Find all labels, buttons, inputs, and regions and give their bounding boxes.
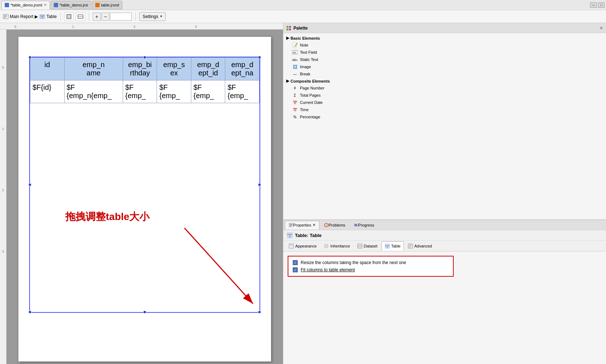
tab-progress[interactable]: Progress xyxy=(350,221,378,229)
table-label: Table xyxy=(46,14,57,19)
inner-tab-advanced[interactable]: Advanced xyxy=(405,241,435,251)
resize-handle-ml[interactable] xyxy=(29,183,31,186)
tab-label-3: table.jrxml xyxy=(101,3,119,7)
inner-tab-inheritance[interactable]: Inheritance xyxy=(321,241,353,251)
fit-columns-label: Fit columns to table element xyxy=(301,267,355,272)
fit-columns-checkbox[interactable]: ✓ xyxy=(293,267,298,272)
maximize-button[interactable]: □ xyxy=(598,3,605,8)
settings-label: Settings xyxy=(143,14,158,19)
main-report-label: Main Report xyxy=(10,14,33,19)
inner-tab-dataset[interactable]: Dataset xyxy=(354,241,381,251)
palette-item-time[interactable]: 📅 Time xyxy=(283,106,606,113)
fit-page-button[interactable] xyxy=(64,12,74,21)
image-icon: 🖼 xyxy=(292,64,298,70)
ruler-tick-1: 1 xyxy=(72,25,74,28)
fit-width-icon xyxy=(78,14,83,19)
editor-panel: 0 1 2 3 0 1 2 3 xyxy=(0,23,283,364)
dataset-icon xyxy=(357,244,362,249)
resize-handle-bl[interactable] xyxy=(29,311,31,313)
properties-panel: Properties ✕ ! Problems Progress xyxy=(283,220,606,364)
table-header-row: id emp_name emp_birthday emp_sex emp_dep… xyxy=(30,58,260,80)
resize-handle-tm[interactable] xyxy=(143,56,146,59)
palette-composite-elements-header[interactable]: ▶ Composite Elements xyxy=(283,78,606,84)
pagenumber-label: Page Number xyxy=(300,86,324,90)
palette-item-textfield[interactable]: ab Text Field xyxy=(283,49,606,56)
palette-header: Palette ✕ xyxy=(283,23,606,33)
svg-rect-24 xyxy=(289,226,291,227)
totalpages-label: Total Pages xyxy=(300,93,321,97)
data-table: id emp_name emp_birthday emp_sex emp_dep… xyxy=(30,57,260,103)
ruler-tick-2: 2 xyxy=(134,25,135,28)
properties-title: Table: Table xyxy=(295,233,322,238)
table-element[interactable]: id emp_name emp_birthday emp_sex emp_dep… xyxy=(29,57,260,313)
palette-item-break[interactable]: — Break xyxy=(283,70,606,78)
title-bar: *table_demo.jrxml ✕ *table_demo.jrxi tab… xyxy=(0,0,606,10)
inheritance-icon xyxy=(324,244,329,249)
resize-handle-bm[interactable] xyxy=(143,311,146,313)
ruler-vtick-0: 0 xyxy=(2,66,4,69)
tab-icon-1 xyxy=(5,3,9,7)
palette-item-percentage[interactable]: % Percentage xyxy=(283,113,606,120)
palette-item-currentdate[interactable]: 📅 Current Date xyxy=(283,99,606,106)
toolbar-separator-3 xyxy=(135,13,136,21)
palette-item-statictext[interactable]: ab label Static Text xyxy=(283,56,606,63)
percentage-icon: % xyxy=(292,114,298,120)
time-icon: 📅 xyxy=(292,107,298,113)
properties-tab-bar: Properties ✕ ! Problems Progress xyxy=(283,220,606,230)
palette-item-pagenumber[interactable]: # Page Number xyxy=(283,84,606,92)
note-icon: 📝 xyxy=(292,42,298,48)
inner-tab-table[interactable]: Table xyxy=(382,241,404,251)
canvas-area[interactable]: id emp_name emp_birthday emp_sex emp_dep… xyxy=(6,30,283,364)
window-controls: — □ xyxy=(590,3,605,8)
svg-rect-13 xyxy=(287,26,288,28)
palette-title: Palette xyxy=(293,26,308,31)
td-emp-name: $F{emp_n{emp_ xyxy=(64,80,123,103)
palette-item-image[interactable]: 🖼 Image xyxy=(283,63,606,70)
svg-rect-15 xyxy=(287,28,288,30)
advanced-tab-label: Advanced xyxy=(414,244,432,248)
breadcrumb-separator: ▶ xyxy=(35,14,38,19)
tab-table-demo-2[interactable]: *table_demo.jrxi xyxy=(51,1,91,9)
tab-icon-2 xyxy=(54,3,58,7)
svg-text:!: ! xyxy=(326,224,327,227)
resize-handle-tr[interactable] xyxy=(258,56,261,59)
breadcrumb-table[interactable]: Table xyxy=(39,14,57,19)
palette-item-note[interactable]: 📝 Note xyxy=(283,41,606,49)
inner-tab-appearance[interactable]: Appearance xyxy=(285,241,320,251)
table-tab-label: Table xyxy=(391,244,401,248)
tab-label-2: *table_demo.jrxi xyxy=(60,3,88,7)
resize-columns-row: ✓ Resize the columns taking the space fr… xyxy=(293,260,449,265)
table-data-row: $F{id} $F{emp_n{emp_ $F{emp_ $F{emp_ $F{… xyxy=(30,80,260,103)
resize-columns-checkbox[interactable]: ✓ xyxy=(293,260,298,265)
break-label: Break xyxy=(300,72,310,76)
properties-tab-close[interactable]: ✕ xyxy=(313,223,315,227)
palette-panel: Palette ✕ ▶ Basic Elements 📝 Note ab xyxy=(283,23,606,220)
svg-rect-28 xyxy=(355,224,357,226)
resize-handle-tl[interactable] xyxy=(29,56,31,59)
palette-basic-elements-header[interactable]: ▶ Basic Elements xyxy=(283,35,606,41)
breadcrumb-main-report[interactable]: Main Report xyxy=(3,14,33,19)
zoom-out-button[interactable]: − xyxy=(101,13,109,21)
palette-close-button[interactable]: ✕ xyxy=(600,26,603,31)
resize-handle-mr[interactable] xyxy=(258,183,261,186)
tab-properties[interactable]: Properties ✕ xyxy=(285,221,319,229)
note-label: Note xyxy=(300,43,308,47)
properties-title-bar: Table: Table xyxy=(283,230,606,241)
tab-table-jrxml[interactable]: table.jrxml xyxy=(92,1,122,9)
resize-handle-br[interactable] xyxy=(258,311,261,313)
zoom-in-button[interactable]: + xyxy=(93,13,101,21)
fit-width-button[interactable] xyxy=(76,12,85,21)
zoom-level-input[interactable]: 250% xyxy=(110,13,132,21)
tab-problems[interactable]: ! Problems xyxy=(320,221,349,229)
properties-tab-label: Properties xyxy=(293,223,311,227)
right-panel: Palette ✕ ▶ Basic Elements 📝 Note ab xyxy=(283,23,606,364)
tab-icon-3 xyxy=(95,3,100,7)
settings-button[interactable]: Settings ▼ xyxy=(139,12,166,21)
tab-table-demo-1[interactable]: *table_demo.jrxml ✕ xyxy=(1,1,50,9)
minimize-button[interactable]: — xyxy=(590,3,597,8)
tab-close-1[interactable]: ✕ xyxy=(44,3,47,7)
progress-tab-label: Progress xyxy=(358,223,374,227)
palette-item-totalpages[interactable]: Σ Total Pages xyxy=(283,92,606,99)
table-icon xyxy=(39,14,45,19)
tab-label-1: *table_demo.jrxml xyxy=(10,3,42,7)
